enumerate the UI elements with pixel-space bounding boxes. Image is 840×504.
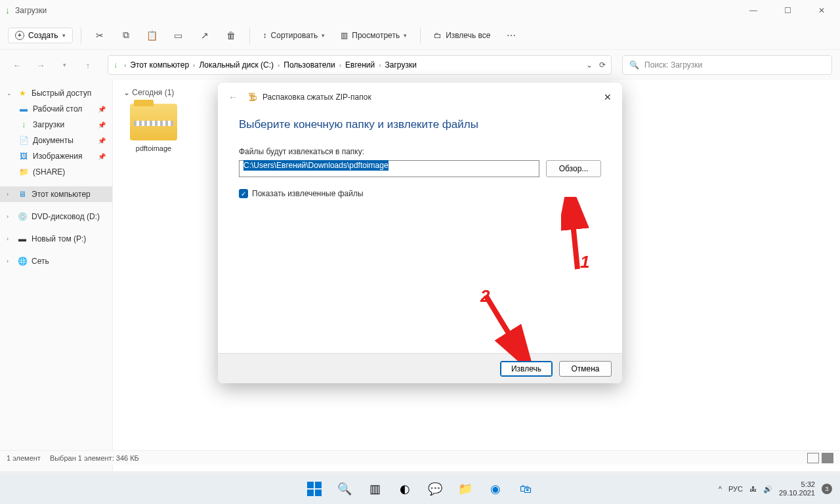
paste-icon[interactable]: 📋 [142,25,163,46]
browse-button[interactable]: Обзор... [546,160,601,177]
breadcrumb-item[interactable]: Евгений [345,60,375,70]
sort-label: Сортировать [271,31,318,40]
search-input[interactable]: 🔍 Поиск: Загрузки [622,55,832,75]
large-icons-view-icon[interactable] [822,453,833,463]
sidebar-item-desktop[interactable]: ▬Рабочий стол📌 [0,101,112,117]
chevron-down-icon: ▾ [322,32,325,39]
minimize-button[interactable]: ― [740,6,766,15]
recent-dropdown[interactable]: ▾ [55,56,74,74]
svg-rect-2 [307,482,314,488]
clock[interactable]: 5:32 29.10.2021 [779,480,815,497]
rename-icon[interactable]: ▭ [168,25,189,46]
chat-button[interactable]: 💬 [423,477,447,501]
app-icon: ↓ [5,5,10,16]
breadcrumb-item[interactable]: Пользователи [284,60,335,70]
item-count: 1 элемент [7,454,41,462]
volume-icon[interactable]: 🔊 [763,485,772,494]
view-label: Просмотреть [352,31,400,40]
dialog-back-button[interactable]: ← [228,92,238,102]
sidebar-item-documents[interactable]: 📄Документы📌 [0,133,112,148]
sort-icon: ↕ [263,31,267,40]
breadcrumb-item[interactable]: Локальный диск (C:) [199,60,274,70]
sidebar-item-pictures[interactable]: 🖼Изображения📌 [0,148,112,164]
view-button[interactable]: ▥ Просмотреть ▾ [335,28,412,43]
maximize-button[interactable]: ☐ [774,6,801,15]
search-button[interactable]: 🔍 [333,477,356,501]
pin-icon: 📌 [98,153,106,160]
create-button[interactable]: + Создать ▾ [8,28,73,43]
tray-overflow[interactable]: ^ [719,485,722,493]
show-files-label: Показать извлеченные файлы [252,189,364,198]
pin-icon: 📌 [98,121,106,129]
store-button[interactable]: 🛍 [514,477,537,501]
dialog-close-button[interactable]: ✕ [604,92,612,102]
sidebar-item-dvd[interactable]: ›💿DVD-дисковод (D:) [0,209,112,224]
toolbar: + Создать ▾ ✂ ⧉ 📋 ▭ ↗ 🗑 ↕ Сортировать ▾ … [0,21,840,50]
search-placeholder: Поиск: Загрузки [644,60,702,70]
plus-icon: + [15,31,24,40]
sidebar: ⌄★Быстрый доступ ▬Рабочий стол📌 ↓Загрузк… [0,80,113,471]
up-button[interactable]: ↑ [79,56,97,74]
close-button[interactable]: ✕ [808,6,835,15]
widgets-button[interactable]: ◐ [393,477,417,501]
refresh-button[interactable]: ⟳ [599,60,606,70]
svg-rect-3 [315,482,322,488]
file-item[interactable]: pdftoimage [123,104,184,152]
start-button[interactable] [303,477,326,501]
sidebar-quick-access[interactable]: ⌄★Быстрый доступ [0,85,112,101]
breadcrumb-dropdown[interactable]: ⌄ [586,60,593,70]
language-indicator[interactable]: РУС [728,485,743,493]
svg-rect-5 [315,490,322,496]
taskbar: 🔍 ▥ ◐ 💬 📁 ◉ 🛍 ^ РУС 🖧 🔊 5:32 29.10.2021 … [0,474,840,504]
navbar: ← → ▾ ↑ ↓ › Этот компьютер › Локальный д… [0,50,840,80]
dialog-title: Распаковка сжатых ZIP-папок [262,93,371,102]
selection-info: Выбран 1 элемент: 346 КБ [50,454,139,462]
network-icon[interactable]: 🖧 [749,485,757,493]
extract-button[interactable]: Извлечь [500,361,553,377]
dialog-heading: Выберите конечную папку и извлеките файл… [239,118,601,131]
notification-badge[interactable]: 3 [822,484,832,494]
file-name: pdftoimage [123,144,184,152]
chevron-down-icon: ▾ [404,32,407,39]
task-view-button[interactable]: ▥ [363,477,387,501]
pin-icon: 📌 [98,106,106,113]
delete-icon[interactable]: 🗑 [220,25,242,46]
extract-icon: 🗀 [434,31,442,40]
explorer-button[interactable]: 📁 [453,477,477,501]
forward-button[interactable]: → [32,56,50,74]
sidebar-item-share[interactable]: 📁(SHARE) [0,164,112,180]
svg-rect-4 [307,490,314,496]
zip-folder-icon [130,104,177,140]
extract-label: Извлечь все [446,31,490,40]
breadcrumb-item[interactable]: Этот компьютер [130,60,189,70]
sidebar-item-new-volume[interactable]: ›▬Новый том (P:) [0,231,112,247]
search-icon: 🔍 [629,60,639,70]
edge-button[interactable]: ◉ [484,477,507,501]
sidebar-item-network[interactable]: ›🌐Сеть [0,253,112,269]
chevron-down-icon: ▾ [62,32,66,39]
breadcrumb[interactable]: ↓ › Этот компьютер › Локальный диск (C:)… [108,55,612,75]
destination-input[interactable]: C:\Users\Евгений\Downloads\pdftoimage [239,160,539,177]
breadcrumb-item[interactable]: Загрузки [385,60,417,70]
extract-all-button[interactable]: 🗀 Извлечь все [429,28,495,43]
create-label: Создать [28,31,58,40]
cancel-button[interactable]: Отмена [559,361,612,377]
sort-button[interactable]: ↕ Сортировать ▾ [258,28,331,43]
downloads-icon: ↓ [114,60,117,70]
more-icon[interactable]: ⋯ [501,25,522,46]
cut-icon[interactable]: ✂ [89,25,110,46]
statusbar: 1 элемент Выбран 1 элемент: 346 КБ [0,450,840,465]
extract-dialog: ← 🗜 Распаковка сжатых ZIP-папок ✕ Выбери… [218,83,622,383]
share-icon[interactable]: ↗ [194,25,215,46]
view-icon: ▥ [341,31,348,40]
details-view-icon[interactable] [807,453,819,463]
pin-icon: 📌 [98,137,106,144]
window-title: Загрузки [15,6,47,15]
show-files-checkbox[interactable]: ✓ Показать извлеченные файлы [239,189,601,198]
back-button[interactable]: ← [8,56,26,74]
destination-label: Файлы будут извлекаться в папку: [239,147,601,156]
sidebar-item-this-pc[interactable]: ›🖥Этот компьютер [0,186,112,202]
copy-icon[interactable]: ⧉ [116,25,136,46]
checkbox-checked-icon: ✓ [239,189,248,198]
sidebar-item-downloads[interactable]: ↓Загрузки📌 [0,117,112,133]
